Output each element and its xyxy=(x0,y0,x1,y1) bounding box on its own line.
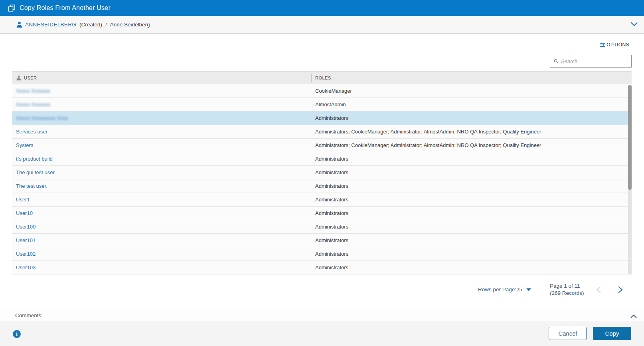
table-row[interactable]: SystemAdministrators; CookieManager; Adm… xyxy=(12,139,632,152)
user-cell: Xxxxx Xxxxxxxxx Xxxx xyxy=(12,115,311,121)
user-name-link[interactable]: User103 xyxy=(16,264,36,270)
info-icon[interactable]: i xyxy=(13,330,21,338)
copy-button[interactable]: Copy xyxy=(593,327,631,340)
user-name-link[interactable]: User100 xyxy=(16,224,36,230)
user-name-link[interactable]: Xxxxx Xxxxxxxxx Xxxx xyxy=(16,115,68,121)
user-cell: The test user. xyxy=(12,183,311,189)
user-cell: User1 xyxy=(12,197,311,203)
roles-column-label: ROLES xyxy=(315,76,331,80)
user-header: ANNESEIDELBERG (Created) / Anne Seidelbe… xyxy=(0,16,644,34)
search-icon xyxy=(554,58,558,64)
user-name-link[interactable]: User1 xyxy=(16,197,30,203)
roles-cell: Administrators; CookieManager; Administr… xyxy=(311,142,632,148)
user-name-link[interactable]: tfs product build xyxy=(16,156,53,162)
search-input[interactable] xyxy=(561,55,631,67)
table-row[interactable]: User10Administrators xyxy=(12,207,632,220)
roles-cell: Administrators xyxy=(311,237,632,243)
user-cell: System xyxy=(12,142,311,148)
copy-roles-dialog: Copy Roles From Another User ANNESEIDELB… xyxy=(0,0,644,346)
table-row[interactable]: tfs product buildAdministrators xyxy=(12,152,632,166)
user-column-icon xyxy=(16,75,22,81)
user-name-link[interactable]: Services user xyxy=(16,129,47,135)
dialog-titlebar: Copy Roles From Another User xyxy=(0,0,644,16)
user-cell: User102 xyxy=(12,251,311,257)
user-name-link[interactable]: The gui test user. xyxy=(16,169,56,175)
page-info: Page 1 of 11 (269 Records) xyxy=(550,282,584,297)
breadcrumb-separator: / xyxy=(105,22,107,28)
user-cell: The gui test user. xyxy=(12,169,311,175)
options-label: OPTIONS xyxy=(606,42,629,48)
roles-cell: CookieManager xyxy=(311,88,632,94)
column-divider xyxy=(311,74,312,82)
user-cell: Xxxxx Xxxxxxx xyxy=(12,101,311,107)
roles-cell: Administrators xyxy=(311,115,632,121)
table-row[interactable]: User101Administrators xyxy=(12,234,632,247)
user-column-label: USER xyxy=(24,76,37,80)
table-body: Xxxxx XxxxxxxCookieManagerXxxxx XxxxxxxA… xyxy=(12,84,632,274)
roles-cell: Administrators xyxy=(311,169,632,175)
options-button[interactable]: OPTIONS xyxy=(600,40,629,50)
table-row[interactable]: User103Administrators xyxy=(12,261,632,274)
user-cell: Services user xyxy=(12,129,311,135)
user-cell: User100 xyxy=(12,224,311,230)
pagination-bar: Rows per Page:25 Page 1 of 11 (269 Recor… xyxy=(0,280,644,302)
user-login-link[interactable]: ANNESEIDELBERG xyxy=(25,22,76,28)
user-name-link[interactable]: The test user. xyxy=(16,183,47,189)
user-name-link[interactable]: User102 xyxy=(16,251,36,257)
rows-per-page-label: Rows per Page:25 xyxy=(478,286,522,292)
table-row[interactable]: Xxxxx Xxxxxxxxx XxxxAdministrators xyxy=(12,111,632,125)
table-row[interactable]: User102Administrators xyxy=(12,247,632,261)
user-name-link[interactable]: System xyxy=(16,142,33,148)
comments-section-toggle[interactable]: Comments: xyxy=(0,309,644,322)
table-row[interactable]: The test user.Administrators xyxy=(12,179,632,193)
rows-per-page-select[interactable]: Rows per Page:25 xyxy=(478,286,531,292)
user-cell: User101 xyxy=(12,237,311,243)
copy-icon xyxy=(8,4,16,12)
user-name-link[interactable]: User101 xyxy=(16,237,36,243)
dialog-footer: i Cancel Copy xyxy=(0,322,644,346)
roles-cell: Administrators xyxy=(311,264,632,270)
table-row[interactable]: Xxxxx XxxxxxxCookieManager xyxy=(12,84,632,98)
table-row[interactable]: Services userAdministrators; CookieManag… xyxy=(12,125,632,139)
users-table: USER ROLES Xxxxx XxxxxxxCookieManagerXxx… xyxy=(12,71,632,274)
user-name-link[interactable]: User10 xyxy=(16,210,33,216)
page-label: Page 1 of 11 xyxy=(550,282,584,290)
table-row[interactable]: Xxxxx XxxxxxxAlmostAdmin xyxy=(12,98,632,111)
records-label: (269 Records) xyxy=(550,290,584,297)
table-scrollbar-thumb[interactable] xyxy=(628,85,632,190)
collapse-header-chevron-down-icon[interactable] xyxy=(631,22,638,28)
cancel-button[interactable]: Cancel xyxy=(549,327,587,340)
table-row[interactable]: User100Administrators xyxy=(12,220,632,234)
column-header-user[interactable]: USER xyxy=(12,75,311,81)
caret-down-icon xyxy=(526,288,531,291)
next-page-button[interactable] xyxy=(616,285,625,294)
table-header: USER ROLES xyxy=(12,71,632,84)
roles-cell: AlmostAdmin xyxy=(311,101,632,107)
user-status: (Created) xyxy=(79,22,102,28)
roles-cell: Administrators xyxy=(311,251,632,257)
user-icon xyxy=(16,21,23,28)
roles-cell: Administrators xyxy=(311,183,632,189)
expand-comments-chevron-up-icon[interactable] xyxy=(630,313,637,320)
column-header-roles[interactable]: ROLES xyxy=(311,76,632,80)
chevron-right-icon xyxy=(618,286,623,293)
user-full-name: Anne Seidelberg xyxy=(110,22,150,28)
search-box xyxy=(550,55,632,68)
roles-cell: Administrators xyxy=(311,210,632,216)
chevron-left-icon xyxy=(596,286,601,293)
previous-page-button[interactable] xyxy=(594,285,603,294)
user-name-link[interactable]: Xxxxx Xxxxxxx xyxy=(16,101,50,107)
table-row[interactable]: The gui test user.Administrators xyxy=(12,166,632,179)
user-name-link[interactable]: Xxxxx Xxxxxxx xyxy=(16,88,50,94)
roles-cell: Administrators; CookieManager; Administr… xyxy=(311,129,632,135)
user-cell: tfs product build xyxy=(12,156,311,162)
roles-cell: Administrators xyxy=(311,197,632,203)
table-row[interactable]: User1Administrators xyxy=(12,193,632,207)
options-sliders-icon xyxy=(600,42,605,48)
roles-cell: Administrators xyxy=(311,224,632,230)
user-cell: User10 xyxy=(12,210,311,216)
comments-label: Comments: xyxy=(15,312,43,318)
roles-cell: Administrators xyxy=(311,156,632,162)
user-cell: Xxxxx Xxxxxxx xyxy=(12,88,311,94)
dialog-title: Copy Roles From Another User xyxy=(20,4,111,12)
